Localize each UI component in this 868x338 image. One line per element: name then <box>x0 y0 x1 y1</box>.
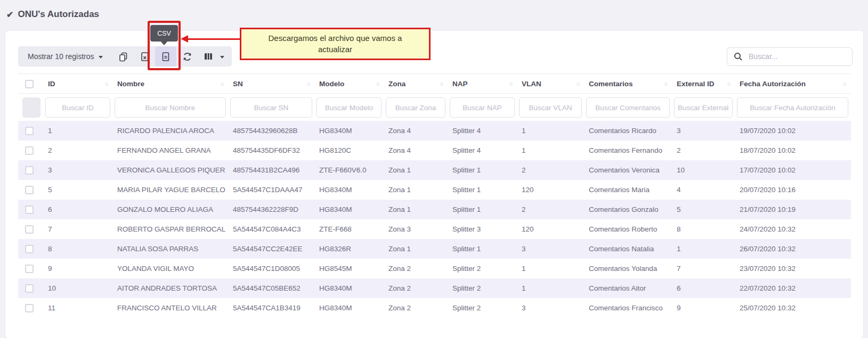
cell-zona: Zona 3 <box>384 219 448 239</box>
cell-vlan: 2 <box>517 160 585 180</box>
filter-input-id[interactable] <box>45 97 110 118</box>
sort-arrows-icon: ↑↓ <box>506 81 512 87</box>
filter-input-fecha-autorizaci-n[interactable] <box>737 97 848 118</box>
row-select-cell <box>18 239 44 259</box>
cell-fecha-autorizaci-n: 18/07/2020 10:02 <box>735 141 851 160</box>
table-filter-row <box>18 94 851 121</box>
column-header-vlan[interactable]: VLAN↑↓ <box>517 74 585 94</box>
cell-nombre: AITOR ANDRADES TORTOSA <box>113 278 229 298</box>
chevron-down-icon <box>220 56 224 59</box>
column-header-zona[interactable]: Zona↑↓ <box>384 74 448 94</box>
table-toolbar: Mostrar 10 registros <box>18 46 853 67</box>
cell-sn: 485754431B2CA496 <box>229 160 315 180</box>
cell-nombre: NATALIA SOSA PARRAS <box>113 239 229 259</box>
cell-fecha-autorizaci-n: 26/07/2020 10:32 <box>735 239 851 259</box>
table-row: 6GONZALO MOLERO ALIAGA4857544362228F9DHG… <box>18 200 851 219</box>
column-visibility-caret[interactable] <box>219 55 232 59</box>
cell-nap: Splitter 1 <box>448 160 517 180</box>
filter-cell-id <box>44 94 113 121</box>
cell-nap: Splitter 1 <box>448 239 517 259</box>
cell-modelo: ZTE-F668 <box>315 219 384 239</box>
onu-table: ID↑↓Nombre↑↓SN↑↓Modelo↑↓Zona↑↓NAP↑↓VLAN↑… <box>18 73 851 318</box>
length-menu-dropdown[interactable]: Mostrar 10 registros <box>18 46 112 67</box>
row-select-cell <box>18 219 44 239</box>
column-header-nombre[interactable]: Nombre↑↓ <box>113 74 229 94</box>
column-header-sn[interactable]: SN↑↓ <box>229 74 315 94</box>
column-header-modelo[interactable]: Modelo↑↓ <box>315 74 384 94</box>
cell-modelo: HG8326R <box>315 239 384 259</box>
check-icon: ✔ <box>6 10 13 20</box>
columns-icon <box>204 52 213 61</box>
row-checkbox[interactable] <box>25 225 34 234</box>
cell-external-id: 7 <box>672 259 735 278</box>
row-checkbox[interactable] <box>25 166 34 175</box>
copy-button[interactable] <box>112 46 134 67</box>
filter-input-sn[interactable] <box>230 97 312 118</box>
cell-sn: 5A544547CC2E42EE <box>229 239 315 259</box>
column-label: Comentarios <box>589 80 633 88</box>
sort-arrows-icon: ↑↓ <box>101 81 108 87</box>
cell-vlan: 3 <box>517 298 585 318</box>
cell-vlan: 120 <box>517 219 585 239</box>
row-checkbox[interactable] <box>25 127 34 135</box>
filter-input-comentarios[interactable] <box>586 97 670 118</box>
column-header-fecha-autorizaci-n[interactable]: Fecha Autorización↑↓ <box>735 74 851 94</box>
cell-external-id: 3 <box>672 121 735 141</box>
row-checkbox[interactable] <box>25 304 34 312</box>
cell-modelo: HG8545M <box>315 259 384 278</box>
filter-blank-box <box>22 97 40 118</box>
filter-input-modelo[interactable] <box>317 97 382 118</box>
cell-comentarios: Comentarios Roberto <box>585 219 672 239</box>
cell-nap: Splitter 1 <box>448 180 517 200</box>
highlight-rectangle <box>148 21 181 70</box>
cell-zona: Zona 2 <box>384 259 448 278</box>
cell-external-id: 8 <box>672 219 735 239</box>
cell-sn: 5A544547C05BE652 <box>229 278 315 298</box>
row-checkbox[interactable] <box>25 205 34 214</box>
cell-sn: 4857544362228F9D <box>229 200 315 219</box>
sort-arrows-icon: ↑↓ <box>436 81 443 87</box>
column-visibility-button[interactable] <box>198 46 219 67</box>
filter-cell-vlan <box>517 94 585 121</box>
row-checkbox[interactable] <box>25 265 34 273</box>
chevron-down-icon <box>99 56 103 59</box>
select-all-checkbox[interactable] <box>25 80 34 88</box>
cell-fecha-autorizaci-n: 23/07/2020 10:32 <box>735 259 851 278</box>
column-header-comentarios[interactable]: Comentarios↑↓ <box>585 74 672 94</box>
sort-arrows-icon: ↑↓ <box>573 81 579 87</box>
column-header-id[interactable]: ID↑↓ <box>44 74 113 94</box>
row-select-cell <box>18 259 44 278</box>
column-label: External ID <box>677 80 715 88</box>
filter-input-vlan[interactable] <box>519 97 582 118</box>
cell-nap: Splitter 2 <box>448 259 517 278</box>
row-checkbox[interactable] <box>25 186 34 194</box>
cell-fecha-autorizaci-n: 24/07/2020 10:32 <box>735 219 851 239</box>
cell-fecha-autorizaci-n: 19/07/2020 10:02 <box>735 121 851 141</box>
filter-input-nap[interactable] <box>450 97 515 118</box>
row-checkbox[interactable] <box>25 284 34 293</box>
column-header-nap[interactable]: NAP↑↓ <box>448 74 517 94</box>
cell-vlan: 1 <box>517 259 585 278</box>
row-checkbox[interactable] <box>25 146 34 155</box>
sort-arrows-icon: ↑↓ <box>839 81 846 87</box>
column-header-external-id[interactable]: External ID↑↓ <box>672 74 735 94</box>
cell-nap: Splitter 4 <box>448 121 517 141</box>
cell-modelo: HG8340M <box>315 180 384 200</box>
cell-nap: Splitter 1 <box>448 200 517 219</box>
search-input[interactable] <box>727 47 853 66</box>
filter-input-external-id[interactable] <box>674 97 733 118</box>
cell-zona: Zona 4 <box>384 121 448 141</box>
filter-input-zona[interactable] <box>386 97 445 118</box>
column-label: NAP <box>452 80 468 88</box>
toolbar-left-group: Mostrar 10 registros <box>18 46 232 67</box>
search-icon <box>734 52 743 61</box>
filter-cell-sn <box>229 94 315 121</box>
cell-id: 8 <box>44 239 113 259</box>
arrow-left-icon <box>181 35 188 43</box>
sort-arrows-icon: ↑↓ <box>303 81 310 87</box>
table-header-row: ID↑↓Nombre↑↓SN↑↓Modelo↑↓Zona↑↓NAP↑↓VLAN↑… <box>18 74 851 94</box>
filter-input-nombre[interactable] <box>115 97 226 118</box>
row-checkbox[interactable] <box>25 245 34 253</box>
cell-nombre: MARIA PILAR YAGUE BARCELO <box>113 180 229 200</box>
filter-cell-modelo <box>315 94 384 121</box>
